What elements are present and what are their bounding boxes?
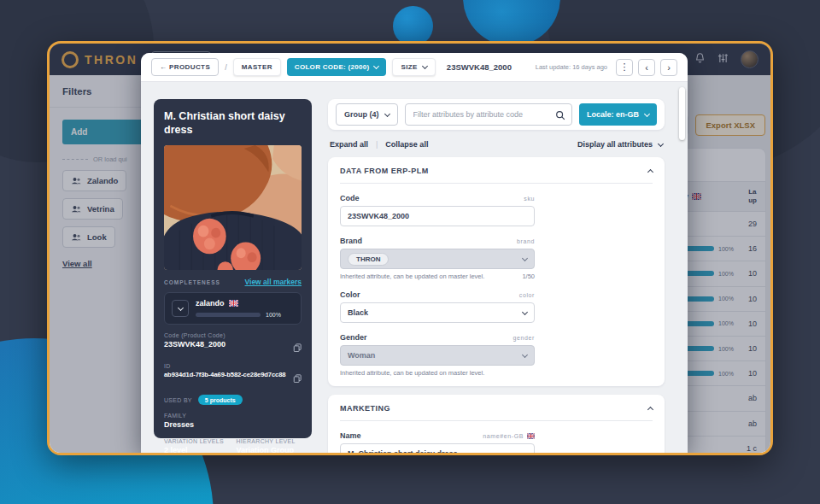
id-value: ab934d1d-7f3b-4a69-b582-ce28e9d7cc88 bbox=[164, 371, 285, 378]
field-gender: Gender gender Woman Inherited attribute,… bbox=[340, 333, 535, 377]
attribute-code: brand bbox=[517, 238, 535, 244]
product-detail-modal: ← PRODUCTS / MASTER COLOR CODE: (2000) S… bbox=[141, 53, 688, 453]
background-blob bbox=[393, 6, 433, 46]
section-marketing: MARKETING Name name#en-GB bbox=[328, 395, 665, 453]
chevron-down-icon bbox=[177, 305, 183, 311]
divider bbox=[340, 420, 653, 421]
completeness-progress-bar bbox=[196, 313, 261, 317]
locale-button[interactable]: Locale: en-GB bbox=[579, 103, 657, 126]
divider bbox=[340, 183, 653, 184]
master-tab[interactable]: MASTER bbox=[233, 58, 281, 76]
inherited-helper-text: Inherited attribute, can be updated on m… bbox=[340, 369, 484, 377]
copy-icon[interactable] bbox=[293, 371, 302, 386]
color-code-dropdown[interactable]: COLOR CODE: (2000) bbox=[287, 58, 387, 76]
chevron-down-icon bbox=[384, 110, 390, 116]
attribute-code: color bbox=[519, 292, 535, 298]
attribute-code: gender bbox=[513, 335, 535, 341]
color-select[interactable]: Black bbox=[340, 302, 535, 323]
next-product-button[interactable]: › bbox=[660, 59, 677, 76]
chevron-down-icon bbox=[373, 63, 379, 69]
field-brand: Brand brand THRON Inherited attribute, c… bbox=[340, 237, 535, 280]
display-all-attributes-dropdown[interactable]: Display all attributes bbox=[577, 140, 663, 149]
uk-flag-icon bbox=[229, 300, 238, 307]
chevron-down-icon bbox=[522, 351, 528, 357]
last-update-label: Last update: 16 days ago bbox=[536, 63, 607, 71]
section-erp-plm: DATA FROM ERP-PLM Code sku Brand bbox=[328, 157, 665, 386]
chevron-down-icon bbox=[422, 63, 428, 69]
field-label: Code bbox=[340, 194, 360, 202]
modal-body: M. Christian short daisy dress bbox=[141, 82, 688, 453]
previous-product-button[interactable]: ‹ bbox=[638, 59, 655, 76]
brand-select[interactable]: THRON bbox=[340, 249, 535, 269]
code-label: Code (Product Code) bbox=[164, 332, 302, 338]
view-all-markers-link[interactable]: View all markers bbox=[245, 278, 302, 286]
field-label: Name bbox=[340, 431, 361, 440]
product-sku: 23SWVK48_2000 bbox=[447, 62, 512, 72]
filter-attributes-input[interactable] bbox=[405, 103, 572, 126]
field-code: Code sku bbox=[340, 194, 535, 226]
search-icon bbox=[555, 108, 565, 124]
field-label: Color bbox=[340, 290, 360, 299]
family-label: FAMILY bbox=[164, 413, 302, 419]
links-divider: | bbox=[376, 140, 378, 149]
section-title: DATA FROM ERP-PLM bbox=[340, 167, 429, 175]
more-options-button[interactable]: ⋮ bbox=[616, 59, 633, 76]
expand-channel-button[interactable] bbox=[172, 300, 189, 317]
brand-chip: THRON bbox=[348, 253, 389, 266]
chevron-down-icon bbox=[522, 308, 528, 314]
copy-icon[interactable] bbox=[293, 340, 302, 355]
variation-levels-label: VARIATION LEVELS bbox=[164, 438, 232, 444]
field-label: Brand bbox=[340, 237, 362, 245]
section-title: MARKETING bbox=[340, 404, 390, 413]
modal-scrollbar[interactable] bbox=[679, 87, 685, 140]
code-input[interactable] bbox=[340, 206, 535, 226]
app-window: THRON PRODUCTS Filters Add OR load qui Z… bbox=[47, 41, 773, 455]
gender-select[interactable]: Woman bbox=[340, 345, 535, 366]
used-by-badge[interactable]: 5 products bbox=[198, 395, 243, 405]
breadcrumb-separator: / bbox=[225, 63, 227, 72]
background-blob bbox=[463, 0, 560, 46]
group-dropdown[interactable]: Group (4) bbox=[336, 103, 398, 126]
code-value: 23SWVK48_2000 bbox=[164, 340, 226, 349]
chevron-down-icon bbox=[658, 140, 664, 146]
attribute-code: name#en-GB bbox=[483, 433, 535, 439]
family-value: Dresses bbox=[164, 420, 302, 430]
field-color: Color color Black bbox=[340, 290, 535, 323]
hierarchy-level-label: HIERARCHY LEVEL bbox=[236, 438, 302, 444]
product-image[interactable] bbox=[164, 145, 302, 270]
attributes-toolbar: Group (4) Locale: en-GB bbox=[328, 99, 665, 130]
chevron-down-icon bbox=[644, 110, 650, 116]
id-label: ID bbox=[164, 363, 302, 369]
chevron-down-icon bbox=[522, 255, 528, 261]
variation-levels-value: 2 level bbox=[164, 446, 232, 453]
collapse-all-link[interactable]: Collapse all bbox=[385, 140, 428, 149]
back-to-products-button[interactable]: ← PRODUCTS bbox=[151, 58, 219, 76]
char-counter: 1/50 bbox=[522, 273, 535, 280]
field-name: Name name#en-GB bbox=[340, 431, 535, 453]
modal-header: ← PRODUCTS / MASTER COLOR CODE: (2000) S… bbox=[141, 53, 688, 82]
expand-all-link[interactable]: Expand all bbox=[330, 140, 368, 149]
product-summary-card: M. Christian short daisy dress bbox=[154, 99, 312, 438]
attributes-column: Group (4) Locale: en-GB Expand all | bbox=[328, 99, 665, 453]
hierarchy-level-value: Variation Group bbox=[236, 446, 302, 453]
completeness-label: COMPLETENESS bbox=[164, 279, 220, 285]
used-by-label: USED BY bbox=[164, 397, 192, 403]
uk-flag-icon bbox=[527, 433, 535, 439]
chevron-up-icon[interactable] bbox=[647, 406, 653, 412]
size-dropdown[interactable]: SIZE bbox=[392, 58, 435, 76]
name-input[interactable] bbox=[340, 443, 535, 453]
channel-completeness-box: zalando 100% bbox=[164, 292, 302, 325]
completeness-percent: 100% bbox=[266, 312, 281, 318]
channel-name: zalando bbox=[196, 299, 225, 308]
chevron-up-icon[interactable] bbox=[647, 168, 653, 174]
attribute-code: sku bbox=[524, 196, 535, 202]
inherited-helper-text: Inherited attribute, can be updated on m… bbox=[340, 273, 484, 280]
field-label: Gender bbox=[340, 333, 367, 342]
product-title: M. Christian short daisy dress bbox=[164, 110, 302, 137]
